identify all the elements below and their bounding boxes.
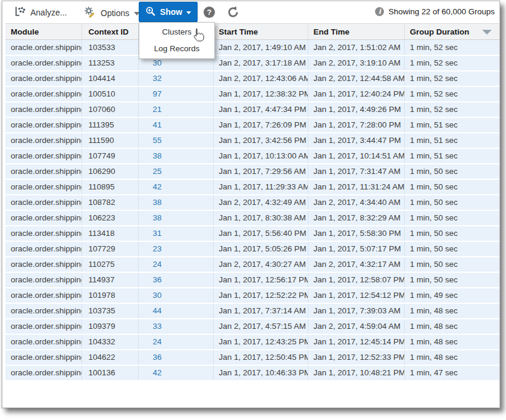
table-row[interactable]: oracle.order.shipping11493736Jan 1, 2017… — [5, 272, 499, 288]
cell-group-duration: 1 min, 49 sec — [404, 288, 499, 303]
gear-pencil-icon — [84, 6, 96, 20]
table-row[interactable]: oracle.order.shipping10433224Jan 1, 2017… — [5, 334, 499, 350]
cell-module: oracle.order.shipping — [5, 195, 82, 210]
cell-end-time: Jan 2, 2017, 4:59:04 AM — [308, 319, 404, 334]
table-row[interactable]: oracle.order.shipping10051097Jan 1, 2017… — [5, 86, 499, 102]
cell-start-time: Jan 1, 2017, 11:29:33 AM — [213, 179, 308, 195]
column-header-end-time[interactable]: End Time — [308, 24, 404, 40]
cell-start-time: Jan 2, 2017, 4:32:49 AM — [213, 195, 308, 210]
cell-start-time: Jan 1, 2017, 12:50:45 PM — [213, 350, 308, 365]
cell-cluster-count[interactable]: 41 — [138, 117, 213, 133]
table-row[interactable]: oracle.order.shipping10937933Jan 2, 2017… — [5, 319, 499, 334]
table-row[interactable]: oracle.order.shipping11341831Jan 1, 2017… — [5, 226, 499, 241]
cell-cluster-count[interactable]: 30 — [138, 288, 213, 303]
cell-group-duration: 1 min, 50 sec — [404, 179, 499, 195]
log-groups-window: Analyze... Options — [2, 1, 500, 408]
cell-cluster-count[interactable]: 55 — [138, 133, 213, 148]
table-row[interactable]: oracle.order.shipping10629025Jan 1, 2017… — [5, 164, 499, 179]
cell-start-time: Jan 1, 2017, 8:30:38 AM — [213, 210, 308, 226]
cell-start-time: Jan 2, 2017, 4:30:27 AM — [213, 257, 308, 272]
cell-context-id: 108782 — [82, 195, 138, 210]
menu-item-clusters[interactable]: Clusters — [139, 24, 214, 41]
cell-start-time: Jan 1, 2017, 3:42:56 PM — [213, 133, 308, 148]
cell-cluster-count[interactable]: 36 — [138, 272, 213, 288]
column-header-group-duration[interactable]: Group Duration — [404, 24, 499, 40]
groups-table: Module Context ID Start Time End Time Gr… — [5, 23, 499, 381]
sort-descending-icon[interactable] — [482, 30, 492, 35]
status-bar: i Showing 22 of 60,000 Groups — [375, 7, 495, 16]
chevron-down-icon — [186, 11, 191, 14]
cell-cluster-count[interactable]: 24 — [138, 257, 213, 272]
cell-cluster-count[interactable]: 36 — [138, 350, 213, 365]
cell-cluster-count[interactable]: 42 — [138, 179, 213, 195]
cell-context-id: 110275 — [82, 257, 138, 272]
table-row[interactable]: oracle.order.shipping10373544Jan 1, 2017… — [5, 303, 499, 319]
table-row[interactable]: oracle.order.shipping10622338Jan 1, 2017… — [5, 210, 499, 226]
cell-module: oracle.order.shipping — [5, 303, 82, 319]
cell-cluster-count[interactable]: 38 — [138, 148, 213, 164]
cell-group-duration: 1 min, 51 sec — [404, 133, 499, 148]
cell-module: oracle.order.shipping — [5, 365, 82, 381]
analyze-button[interactable]: Analyze... — [14, 6, 67, 18]
cell-context-id: 104414 — [82, 71, 138, 86]
cell-end-time: Jan 1, 2017, 12:58:07 PM — [308, 272, 404, 288]
table-row[interactable]: oracle.order.shipping11089542Jan 1, 2017… — [5, 179, 499, 195]
cell-start-time: Jan 1, 2017, 12:43:25 PM — [213, 334, 308, 350]
cell-cluster-count[interactable]: 31 — [138, 226, 213, 241]
cell-context-id: 107060 — [82, 102, 138, 117]
column-header-start-time[interactable]: Start Time — [213, 24, 308, 40]
table-row[interactable]: oracle.order.shipping10197830Jan 1, 2017… — [5, 288, 499, 303]
cell-cluster-count[interactable]: 21 — [138, 102, 213, 117]
cell-cluster-count[interactable]: 38 — [138, 195, 213, 210]
show-button[interactable]: Show — [139, 2, 198, 22]
cell-module: oracle.order.shipping — [5, 257, 82, 272]
refresh-icon — [227, 6, 239, 20]
cell-module: oracle.order.shipping — [5, 133, 82, 148]
table-row[interactable]: oracle.order.shipping10878238Jan 2, 2017… — [5, 195, 499, 210]
cell-module: oracle.order.shipping — [5, 210, 82, 226]
cell-cluster-count[interactable]: 38 — [138, 210, 213, 226]
cell-cluster-count[interactable]: 97 — [138, 86, 213, 102]
cell-cluster-count[interactable]: 33 — [138, 319, 213, 334]
refresh-button[interactable] — [227, 6, 239, 20]
cell-end-time: Jan 2, 2017, 12:44:58 AM — [308, 71, 404, 86]
table-row[interactable]: oracle.order.shipping11325330Jan 2, 2017… — [5, 55, 499, 71]
column-header-module[interactable]: Module — [5, 24, 82, 40]
table-row[interactable]: oracle.order.shipping103533Jan 2, 2017, … — [5, 40, 499, 55]
table-row[interactable]: oracle.order.shipping11027524Jan 2, 2017… — [5, 257, 499, 272]
help-button[interactable]: ? — [204, 7, 215, 18]
info-circle-icon[interactable]: i — [375, 7, 384, 16]
cell-cluster-count[interactable]: 23 — [138, 241, 213, 257]
table-row[interactable]: oracle.order.shipping10706021Jan 1, 2017… — [5, 102, 499, 117]
cell-cluster-count[interactable]: 32 — [138, 71, 213, 86]
cell-context-id: 103533 — [82, 40, 138, 55]
table-row[interactable]: oracle.order.shipping10462236Jan 1, 2017… — [5, 350, 499, 365]
table-row[interactable]: oracle.order.shipping10441432Jan 2, 2017… — [5, 71, 499, 86]
groups-table-body: oracle.order.shipping103533Jan 2, 2017, … — [5, 40, 499, 381]
table-row[interactable]: oracle.order.shipping11159055Jan 1, 2017… — [5, 133, 499, 148]
cell-start-time: Jan 2, 2017, 3:17:18 AM — [213, 55, 308, 71]
cell-end-time: Jan 1, 2017, 10:14:51 AM — [308, 148, 404, 164]
options-button[interactable]: Options — [84, 6, 140, 20]
cell-group-duration: 1 min, 52 sec — [404, 102, 499, 117]
cell-module: oracle.order.shipping — [5, 241, 82, 257]
magnifier-plus-icon — [145, 6, 156, 18]
cell-cluster-count[interactable]: 25 — [138, 164, 213, 179]
options-label: Options — [101, 8, 129, 18]
cell-cluster-count[interactable]: 44 — [138, 303, 213, 319]
table-row[interactable]: oracle.order.shipping10774938Jan 1, 2017… — [5, 148, 499, 164]
cell-cluster-count[interactable]: 24 — [138, 334, 213, 350]
table-row[interactable]: oracle.order.shipping11139541Jan 1, 2017… — [5, 117, 499, 133]
cell-context-id: 103735 — [82, 303, 138, 319]
show-dropdown-menu: Clusters Log Records — [139, 22, 215, 59]
cell-group-duration: 1 min, 50 sec — [404, 210, 499, 226]
cell-cluster-count[interactable]: 42 — [138, 365, 213, 381]
cell-start-time: Jan 1, 2017, 12:52:22 PM — [213, 288, 308, 303]
cell-group-duration: 1 min, 51 sec — [404, 117, 499, 133]
column-header-context-id[interactable]: Context ID — [82, 24, 138, 40]
table-row[interactable]: oracle.order.shipping10013642Jan 1, 2017… — [5, 365, 499, 381]
cell-group-duration: 1 min, 48 sec — [404, 350, 499, 365]
table-row[interactable]: oracle.order.shipping10772923Jan 1, 2017… — [5, 241, 499, 257]
cell-module: oracle.order.shipping — [5, 288, 82, 303]
cell-end-time: Jan 2, 2017, 3:19:10 AM — [308, 55, 404, 71]
